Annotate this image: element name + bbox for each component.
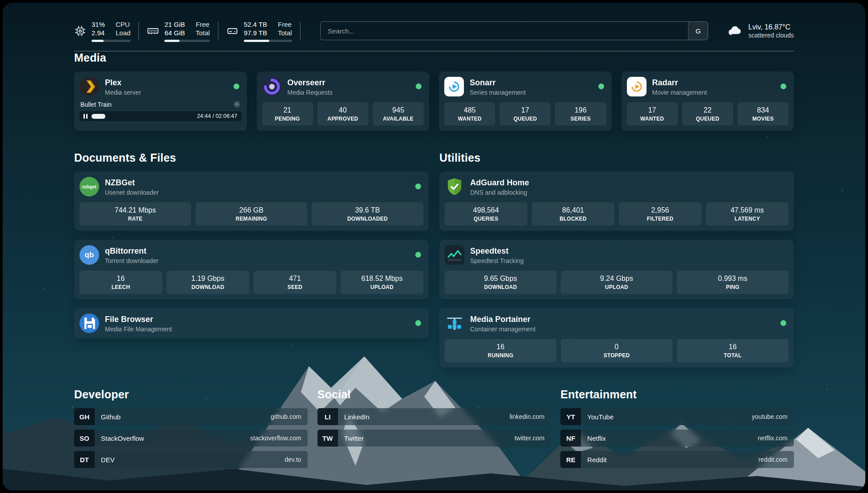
app-card-overseerr[interactable]: Overseerr Media Requests 21 PENDING 40 A… xyxy=(257,71,430,131)
app-subtitle: Media File Management xyxy=(105,326,172,333)
bookmark-netflix[interactable]: NF Netflix netflix.com xyxy=(560,430,794,447)
youtube-icon: YT xyxy=(560,408,581,425)
bookmark-twitter[interactable]: TW Twitter twitter.com xyxy=(317,430,551,447)
radarr-icon xyxy=(627,77,647,96)
bookmark-linkedin[interactable]: LI LinkedIn linkedin.com xyxy=(317,408,551,425)
filebrowser-icon xyxy=(79,313,99,333)
app-card-nzbget[interactable]: nzbget NZBGet Usenet downloader 744.21 M… xyxy=(74,171,429,231)
metric-separator xyxy=(300,22,300,40)
app-name: Sonarr xyxy=(470,78,526,88)
stat-leech: 16 LEECH xyxy=(79,271,162,294)
app-subtitle: Torrent downloader xyxy=(105,257,159,264)
stat-movies: 834 MOVIES xyxy=(738,102,789,125)
app-card-plex[interactable]: Plex Media server Bullet Train xyxy=(74,71,247,131)
bookmark-github[interactable]: GH Github github.com xyxy=(74,408,308,425)
app-subtitle: Container management xyxy=(470,326,535,333)
stat-download: 9.65 Gbps DOWNLOAD xyxy=(445,271,556,294)
stat-blocked: 86,401 BLOCKED xyxy=(532,202,614,226)
ram-progress-bar xyxy=(164,40,210,42)
qbittorrent-icon: qb xyxy=(79,245,99,265)
search-input[interactable] xyxy=(321,22,688,40)
bookmark-dev[interactable]: DT DEV dev.to xyxy=(74,451,308,468)
app-card-portainer[interactable]: Media Portainer Container management 16 … xyxy=(439,308,794,368)
status-dot xyxy=(780,84,786,89)
playback-bar[interactable]: 24:44 / 02:06:47 xyxy=(79,111,242,121)
nzbget-icon-label: nzbget xyxy=(82,184,96,189)
disk-progress-fill xyxy=(244,40,269,42)
cpu-icon xyxy=(74,25,86,37)
section-title-media: Media xyxy=(74,51,794,64)
stat-filtered: 2,956 FILTERED xyxy=(619,202,701,226)
status-dot xyxy=(416,84,421,89)
cloud-icon xyxy=(727,23,743,39)
stat-total: 16 TOTAL xyxy=(677,339,789,362)
stat-remaining: 266 GB REMAINING xyxy=(196,202,307,226)
status-dot xyxy=(415,252,421,258)
disk-label-top: Free xyxy=(278,20,292,29)
pause-icon[interactable] xyxy=(83,114,88,119)
weather-widget[interactable]: Lviv, 16.87°C scattered clouds xyxy=(727,23,794,39)
metric-separator xyxy=(138,22,139,40)
stat-rate: 744.21 Mbps RATE xyxy=(79,202,191,226)
cpu-label-top: CPU xyxy=(116,20,130,29)
section-title-entertainment: Entertainment xyxy=(560,388,794,401)
nzbget-icon: nzbget xyxy=(79,177,99,196)
bookmark-reddit[interactable]: RE Reddit reddit.com xyxy=(560,451,794,468)
stat-queued: 17 QUEUED xyxy=(500,102,551,125)
app-subtitle: Usenet downloader xyxy=(105,189,159,196)
app-subtitle: DNS and adblocking xyxy=(470,189,529,196)
section-title-developer: Developer xyxy=(74,388,308,401)
utilities-column: Utilities AdGuard Home xyxy=(439,151,794,368)
top-bar: 31% 2.94 CPU Load xyxy=(74,18,794,44)
stat-series: 196 SERIES xyxy=(555,102,606,125)
app-name: Plex xyxy=(105,78,141,88)
stat-upload: 618.52 Mbps UPLOAD xyxy=(341,271,423,294)
disk-free-value: 52.4 TB xyxy=(244,20,267,29)
app-name: NZBGet xyxy=(105,178,159,188)
playback-time: 24:44 / 02:06:47 xyxy=(197,113,237,119)
app-name: Overseerr xyxy=(288,78,333,88)
disk-label-bottom: Total xyxy=(278,29,292,37)
snow-particles xyxy=(3,3,4,4)
app-card-speedtest[interactable]: Speedtest Speedtest Tracking 9.65 Gbps D… xyxy=(439,240,794,299)
documents-column: Documents & Files nzbget NZBGet Usenet d… xyxy=(74,151,429,338)
cpu-metric: 31% 2.94 CPU Load xyxy=(74,20,130,42)
reddit-icon: RE xyxy=(560,451,581,468)
stat-downloaded: 39.6 TB DOWNLOADED xyxy=(312,202,423,226)
bookmark-stackoverflow[interactable]: SO StackOverflow stackoverflow.com xyxy=(74,430,308,447)
app-subtitle: Media Requests xyxy=(288,89,333,96)
bookmark-youtube[interactable]: YT YouTube youtube.com xyxy=(560,408,794,425)
app-card-filebrowser[interactable]: File Browser Media File Management xyxy=(74,308,429,338)
app-name: Radarr xyxy=(652,78,707,88)
app-name: Speedtest xyxy=(470,246,524,256)
linkedin-icon: LI xyxy=(317,408,338,425)
stat-queries: 498,564 QUERIES xyxy=(445,202,527,226)
gear-icon[interactable] xyxy=(233,100,241,108)
netflix-icon: NF xyxy=(560,430,581,447)
search-engine-button[interactable]: G xyxy=(688,22,708,40)
cpu-label-bottom: Load xyxy=(116,29,130,37)
app-card-adguard[interactable]: AdGuard Home DNS and adblocking 498,564 … xyxy=(439,171,794,231)
section-title-social: Social xyxy=(317,388,551,401)
status-dot xyxy=(415,320,421,326)
section-title-documents: Documents & Files xyxy=(74,151,429,164)
app-subtitle: Media server xyxy=(105,89,141,96)
portainer-icon xyxy=(445,313,464,333)
dev-icon: DT xyxy=(74,451,95,468)
app-card-qbittorrent[interactable]: qb qBittorrent Torrent downloader 16 LEE… xyxy=(74,240,429,299)
disk-progress-bar xyxy=(244,40,292,42)
app-name: Media Portainer xyxy=(470,314,535,324)
stat-stopped: 0 STOPPED xyxy=(561,339,672,362)
stat-latency: 47.569 ms LATENCY xyxy=(706,202,789,226)
speedtest-icon xyxy=(445,245,464,265)
app-card-sonarr[interactable]: Sonarr Series management 485 WANTED 17 Q… xyxy=(439,71,612,131)
stat-wanted: 17 WANTED xyxy=(627,102,678,125)
playback-progress xyxy=(92,114,105,119)
stat-approved: 40 APPROVED xyxy=(317,102,368,125)
status-dot xyxy=(780,320,786,326)
cpu-progress-fill xyxy=(92,40,104,42)
section-title-utilities: Utilities xyxy=(439,151,794,164)
disk-metric: 52.4 TB 97.9 TB Free Total xyxy=(226,20,292,42)
bookmarks-social: Social LI LinkedIn linkedin.com TW Twitt… xyxy=(317,388,551,468)
app-card-radarr[interactable]: Radarr Movie management 17 WANTED 22 QUE… xyxy=(622,71,794,131)
